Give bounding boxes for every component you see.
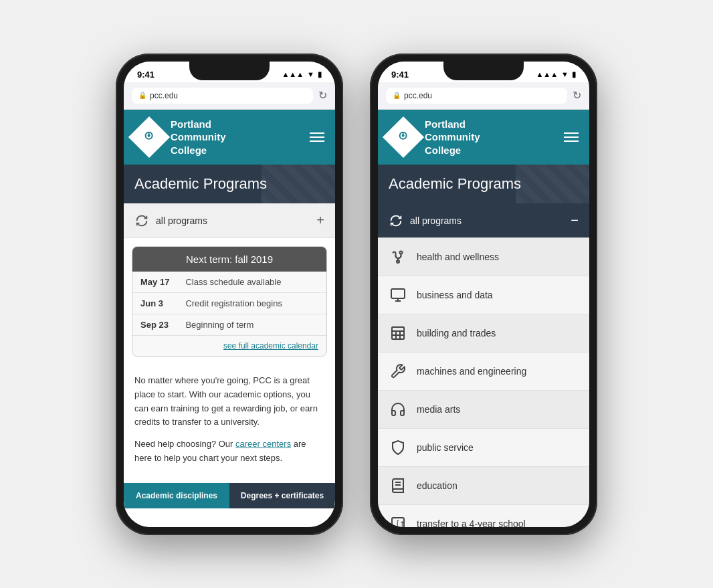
svg-rect-7 [391, 289, 405, 298]
all-programs-label-right: all programs [410, 215, 462, 226]
event-cell: Beginning of term [177, 314, 326, 336]
all-programs-label-left: all programs [156, 215, 207, 226]
url-bar-left[interactable]: 🔒 pcc.edu [132, 88, 313, 104]
category-transfer-label: transfer to a 4-year school [417, 518, 526, 527]
calendar-card: Next term: fall 2019 May 17 Class schedu… [132, 246, 327, 357]
right-phone-content[interactable]: all programs − hea [378, 203, 589, 527]
category-business[interactable]: business and data [378, 276, 589, 314]
category-education-label: education [417, 480, 457, 491]
wifi-icon-r: ▼ [561, 70, 569, 78]
calendar-header: Next term: fall 2019 [132, 247, 326, 272]
url-text-right: pcc.edu [404, 91, 432, 100]
body-text-section: No matter where you're going, PCC is a g… [124, 365, 335, 483]
date-cell: Jun 3 [132, 293, 177, 314]
signal-icon-r: ▲▲▲ [536, 70, 558, 78]
date-cell: May 17 [132, 272, 177, 293]
notch-right [443, 62, 524, 80]
url-bar-right[interactable]: 🔒 pcc.edu [386, 88, 567, 104]
table-row: May 17 Class schedule available [132, 272, 326, 293]
programs-sync-icon-active [389, 213, 403, 228]
building-icon [389, 324, 407, 342]
academic-disciplines-button[interactable]: Academic disciplines [124, 483, 229, 508]
svg-text:[t]: [t] [395, 520, 406, 527]
right-phone: 9:41 ▲▲▲ ▼ ▮ 🔒 pcc.edu ↻ [370, 54, 597, 535]
refresh-button-left[interactable]: ↻ [318, 89, 327, 102]
stethoscope-icon [389, 248, 407, 266]
body-paragraph-1: No matter where you're going, PCC is a g… [134, 374, 324, 429]
body-paragraph-2: Need help choosing? Our career centers a… [134, 437, 324, 466]
url-text-left: pcc.edu [150, 91, 178, 100]
category-machines-label: machines and engineering [417, 366, 526, 377]
pcc-header-left: Portland Community College [124, 110, 335, 165]
category-machines[interactable]: machines and engineering [378, 353, 589, 391]
bracket-t-icon: [t] [389, 514, 407, 527]
category-health[interactable]: health and wellness [378, 238, 589, 276]
category-education[interactable]: education [378, 467, 589, 505]
event-cell: Class schedule available [177, 272, 326, 293]
signal-icons-right: ▲▲▲ ▼ ▮ [536, 70, 576, 79]
pcc-logo-icon-left [141, 127, 157, 146]
book-icon [389, 476, 407, 495]
battery-icon-r: ▮ [572, 70, 576, 79]
career-centers-link[interactable]: career centers [235, 439, 291, 449]
all-programs-left: all programs [134, 213, 207, 228]
collapse-button-right[interactable]: − [571, 213, 579, 228]
category-transfer[interactable]: [t] transfer to a 4-year school [378, 505, 589, 527]
date-cell: Sep 23 [132, 314, 177, 336]
left-phone-content[interactable]: all programs + Next term: fall 2019 May … [124, 203, 335, 527]
category-building-label: building and trades [417, 328, 496, 338]
page-title-section-left: Academic Programs [124, 165, 335, 203]
pcc-logo-right: Portland Community College [389, 118, 480, 157]
lock-icon-right: 🔒 [393, 92, 401, 99]
event-cell: Credit registration begins [177, 293, 326, 314]
svg-rect-10 [392, 327, 404, 339]
all-programs-collapsed[interactable]: all programs + [124, 203, 335, 238]
expand-button-left[interactable]: + [316, 213, 324, 228]
battery-icon: ▮ [318, 70, 322, 79]
headphones-icon [389, 400, 407, 419]
page-title-section-right: Academic Programs [378, 165, 589, 203]
svg-point-4 [400, 252, 403, 254]
pcc-logo-icon-right [395, 127, 411, 146]
degrees-certificates-button[interactable]: Degrees + certificates [229, 483, 335, 508]
all-programs-expanded[interactable]: all programs − [378, 203, 589, 238]
time-left: 9:41 [137, 70, 155, 80]
programs-sync-icon [134, 213, 149, 228]
page-title-left: Academic Programs [134, 175, 324, 193]
hamburger-menu-right[interactable] [564, 132, 579, 142]
table-row: Jun 3 Credit registration begins [132, 293, 326, 314]
category-business-label: business and data [417, 290, 493, 300]
pcc-diamond-right [383, 116, 424, 158]
category-public[interactable]: public service [378, 429, 589, 467]
category-media[interactable]: media arts [378, 391, 589, 429]
page-title-right: Academic Programs [389, 175, 579, 193]
hamburger-menu-left[interactable] [310, 132, 324, 142]
signal-icon: ▲▲▲ [282, 70, 304, 78]
notch [189, 62, 270, 80]
left-phone: 9:41 ▲▲▲ ▼ ▮ 🔒 pcc.edu ↻ [116, 54, 343, 535]
browser-bar-right: 🔒 pcc.edu ↻ [378, 82, 589, 110]
wifi-icon: ▼ [307, 70, 314, 78]
monitor-icon [389, 286, 407, 304]
all-programs-active-left: all programs [389, 213, 462, 228]
wrench-icon [389, 362, 407, 381]
bottom-buttons: Academic disciplines Degrees + certifica… [124, 483, 335, 514]
category-public-label: public service [417, 442, 474, 453]
calendar-table: May 17 Class schedule available Jun 3 Cr… [132, 272, 326, 336]
pcc-name-right: Portland Community College [425, 118, 480, 157]
pcc-logo-left: Portland Community College [134, 118, 226, 157]
category-building[interactable]: building and trades [378, 314, 589, 353]
refresh-button-right[interactable]: ↻ [573, 89, 581, 102]
shield-icon [389, 438, 407, 457]
pcc-name-left: Portland Community College [171, 118, 226, 157]
calendar-link[interactable]: see full academic calendar [132, 336, 326, 356]
lock-icon-left: 🔒 [138, 92, 146, 99]
category-health-label: health and wellness [417, 252, 499, 262]
category-media-label: media arts [417, 404, 460, 415]
browser-bar-left: 🔒 pcc.edu ↻ [124, 82, 335, 110]
time-right: 9:41 [391, 70, 409, 80]
pcc-diamond-left [128, 116, 170, 158]
pcc-header-right: Portland Community College [378, 110, 589, 165]
signal-icons-left: ▲▲▲ ▼ ▮ [282, 70, 322, 79]
table-row: Sep 23 Beginning of term [132, 314, 326, 336]
